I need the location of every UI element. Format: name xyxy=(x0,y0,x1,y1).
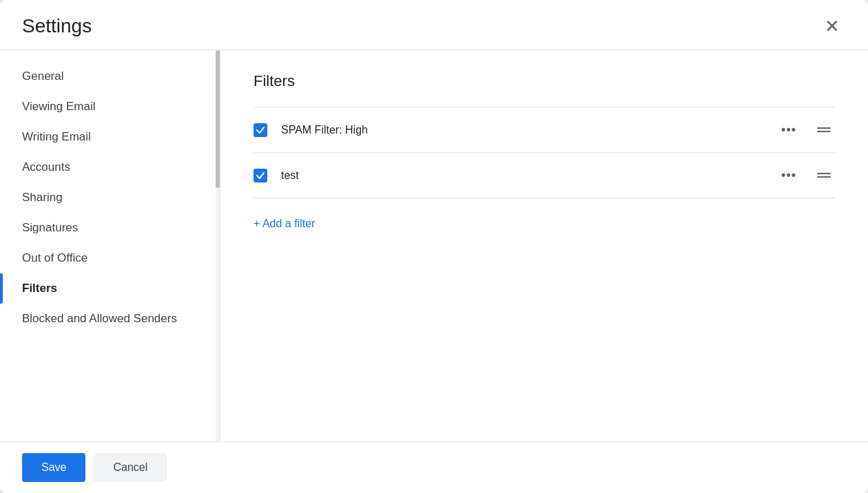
sidebar-item-viewing-email[interactable]: Viewing Email xyxy=(0,92,220,122)
close-button[interactable]: ✕ xyxy=(818,12,846,40)
sidebar-item-label: Sharing xyxy=(22,191,63,204)
content-title: Filters xyxy=(254,72,835,90)
filter-actions: ••• xyxy=(776,165,835,185)
sidebar: General Viewing Email Writing Email Acco… xyxy=(0,50,220,441)
drag-line xyxy=(817,127,831,129)
drag-line xyxy=(817,176,831,178)
sidebar-item-label: Out of Office xyxy=(22,251,87,265)
sidebar-item-sharing[interactable]: Sharing xyxy=(0,182,220,213)
sidebar-item-label: Filters xyxy=(22,282,57,295)
checkmark-icon xyxy=(256,171,265,180)
settings-dialog: Settings ✕ General Viewing Email Writing… xyxy=(0,0,868,493)
sidebar-item-label: Blocked and Allowed Senders xyxy=(22,312,177,326)
filter-more-button[interactable]: ••• xyxy=(776,165,802,185)
filter-checkbox-1[interactable] xyxy=(254,123,267,137)
cancel-button[interactable]: Cancel xyxy=(94,453,167,482)
drag-handle[interactable] xyxy=(813,125,835,135)
sidebar-item-label: Accounts xyxy=(22,160,70,174)
sidebar-item-out-of-office[interactable]: Out of Office xyxy=(0,243,220,273)
filter-checkbox-2[interactable] xyxy=(254,169,267,182)
sidebar-item-filters[interactable]: Filters xyxy=(0,273,220,304)
sidebar-item-signatures[interactable]: Signatures xyxy=(0,213,220,243)
drag-line xyxy=(817,131,831,132)
dialog-body: General Viewing Email Writing Email Acco… xyxy=(0,50,868,441)
filter-row: test ••• xyxy=(254,153,835,198)
add-filter-button[interactable]: + Add a filter xyxy=(254,218,315,230)
filter-name: test xyxy=(281,169,776,182)
save-button[interactable]: Save xyxy=(22,453,85,482)
dialog-header: Settings ✕ xyxy=(0,0,868,50)
filter-name: SPAM Filter: High xyxy=(281,124,776,136)
sidebar-item-label: General xyxy=(22,70,63,83)
filter-actions: ••• xyxy=(776,120,835,140)
dialog-title: Settings xyxy=(22,15,92,37)
drag-handle[interactable] xyxy=(813,170,835,180)
drag-line xyxy=(817,173,831,174)
sidebar-item-blocked-senders[interactable]: Blocked and Allowed Senders xyxy=(0,304,220,334)
filter-row: SPAM Filter: High ••• xyxy=(254,107,835,153)
sidebar-item-label: Writing Email xyxy=(22,130,91,144)
filter-more-button[interactable]: ••• xyxy=(776,120,802,140)
sidebar-item-general[interactable]: General xyxy=(0,61,220,92)
checkmark-icon xyxy=(256,125,265,135)
filter-list: SPAM Filter: High ••• xyxy=(254,107,835,198)
sidebar-item-label: Signatures xyxy=(22,221,78,235)
sidebar-item-writing-email[interactable]: Writing Email xyxy=(0,122,220,152)
sidebar-item-accounts[interactable]: Accounts xyxy=(0,152,220,182)
sidebar-item-label: Viewing Email xyxy=(22,100,95,114)
content-area: Filters SPAM Filter: High ••• xyxy=(220,50,868,441)
dialog-footer: Save Cancel xyxy=(0,441,868,493)
